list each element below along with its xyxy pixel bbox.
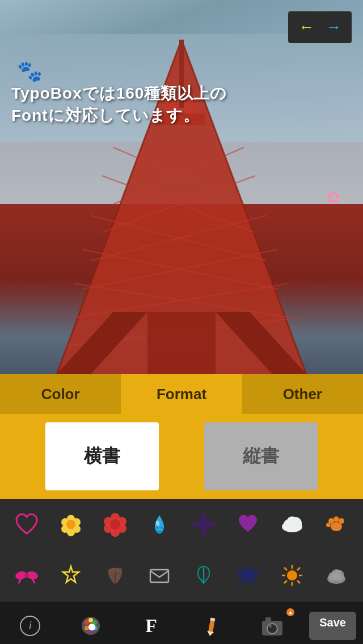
sticker-paw[interactable]: [317, 505, 356, 544]
paw-decoration: 🐾: [17, 60, 43, 83]
tab-bar: Color Format Other: [0, 374, 363, 414]
svg-point-37: [161, 527, 163, 529]
svg-point-49: [24, 573, 29, 578]
sticker-cloud[interactable]: [273, 505, 311, 544]
sticker-bow[interactable]: [7, 556, 46, 595]
sticker-leaf[interactable]: [96, 556, 134, 595]
svg-point-36: [157, 527, 158, 529]
vertical-writing-button[interactable]: 縦書: [204, 422, 318, 490]
svg-point-74: [331, 569, 341, 579]
palette-button[interactable]: [65, 606, 116, 645]
svg-point-76: [85, 620, 89, 625]
pencil-button[interactable]: [186, 606, 237, 645]
svg-point-82: [88, 624, 95, 630]
info-label: i: [29, 619, 32, 632]
photo-area: ← → 🐾 ✿ TypoBoxでは160種類以上の Fontに対応しています。: [0, 0, 363, 374]
info-icon: i: [20, 616, 40, 636]
svg-line-70: [284, 581, 287, 583]
horizontal-writing-button[interactable]: 横書: [45, 422, 159, 490]
forward-arrow[interactable]: →: [321, 15, 346, 40]
camera-button[interactable]: ▲: [247, 606, 298, 645]
sticker-burst[interactable]: [229, 556, 267, 595]
sticker-star[interactable]: [52, 556, 90, 595]
overlay-text: TypoBoxでは160種類以上の Fontに対応しています。: [11, 82, 227, 126]
font-button[interactable]: F: [126, 606, 177, 645]
svg-point-46: [326, 523, 331, 527]
sticker-pin[interactable]: [184, 556, 223, 595]
save-label[interactable]: Save: [309, 612, 356, 640]
sticker-sun[interactable]: [273, 556, 311, 595]
svg-point-45: [339, 518, 344, 524]
sticker-row-2: [0, 550, 363, 601]
svg-rect-18: [147, 312, 216, 374]
svg-line-67: [284, 567, 287, 570]
svg-line-69: [297, 567, 300, 570]
svg-point-44: [334, 516, 339, 522]
text-line-1: TypoBoxでは160種類以上の: [11, 82, 227, 104]
writing-mode-panel: 横書 縦書: [0, 414, 363, 499]
svg-rect-87: [265, 617, 271, 622]
svg-point-27: [66, 520, 75, 529]
font-icon: F: [145, 615, 157, 637]
svg-point-77: [88, 618, 93, 622]
svg-rect-55: [150, 570, 168, 582]
pencil-icon: [201, 616, 222, 636]
svg-point-81: [85, 626, 89, 630]
flower-decoration: ✿: [326, 187, 340, 207]
svg-point-90: [269, 625, 272, 628]
text-line-2: Fontに対応しています。: [11, 104, 227, 126]
svg-point-34: [110, 519, 120, 529]
info-button[interactable]: i: [5, 606, 56, 645]
sticker-flower2[interactable]: [96, 505, 134, 544]
sticker-row-1: [0, 499, 363, 550]
svg-point-62: [287, 570, 297, 581]
navigation-arrows: ← →: [288, 11, 352, 43]
sticker-heart[interactable]: [7, 505, 46, 544]
camera-icon: [261, 615, 284, 637]
camera-badge: ▲: [286, 608, 294, 616]
tab-other[interactable]: Other: [242, 374, 363, 414]
svg-line-68: [297, 581, 300, 583]
sticker-flower1[interactable]: [52, 505, 90, 544]
save-button[interactable]: Save: [307, 606, 358, 645]
sticker-cloud2[interactable]: [317, 556, 356, 595]
back-arrow[interactable]: ←: [294, 15, 319, 40]
tab-color[interactable]: Color: [0, 374, 121, 414]
tab-format[interactable]: Format: [121, 374, 242, 414]
svg-point-41: [286, 516, 298, 528]
sticker-sparkle[interactable]: [184, 505, 223, 544]
bottom-toolbar: i F ▲: [0, 601, 363, 644]
palette-icon: [79, 615, 102, 637]
sticker-mail[interactable]: [140, 556, 179, 595]
sticker-drop[interactable]: [140, 505, 179, 544]
sticker-heart2[interactable]: [229, 505, 267, 544]
